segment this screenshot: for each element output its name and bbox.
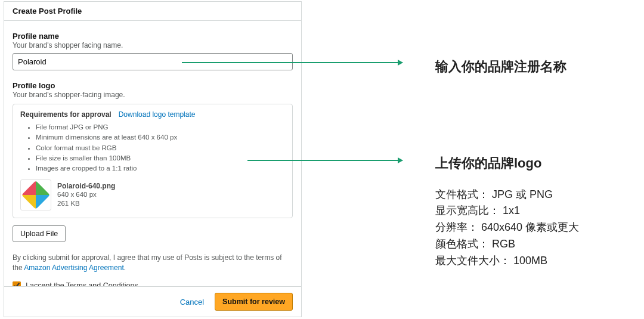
requirement-item: File format JPG or PNG <box>36 122 285 132</box>
requirement-item: Images are cropped to a 1:1 ratio <box>36 163 285 174</box>
file-info: Polaroid-640.png 640 x 640 px 261 KB <box>57 182 115 208</box>
annotation-requirements: 文件格式： JPG 或 PNG 显示宽高比： 1x1 分辨率： 640x640 … <box>435 187 579 270</box>
panel-body: Profile name Your brand's shopper facing… <box>4 21 301 286</box>
logo-thumbnail <box>20 179 51 210</box>
annotation-line: 分辨率： 640x640 像素或更大 <box>435 219 579 236</box>
annotation-line: 显示宽高比： 1x1 <box>435 203 579 219</box>
annotation-line: 颜色格式： RGB <box>435 236 579 253</box>
profile-logo-sub: Your brand's shopper-facing image. <box>13 91 293 99</box>
annotation-profile-name: 输入你的品牌注册名称 <box>435 58 566 76</box>
requirements-box: Requirements for approval Download logo … <box>13 104 293 218</box>
profile-name-sub: Your brand's shopper facing name. <box>13 41 293 49</box>
requirements-title: Requirements for approval <box>20 110 112 119</box>
annotation-arrow-icon <box>247 160 402 161</box>
requirement-item: Minimum dimensions are at least 640 x 64… <box>36 132 285 143</box>
requirement-item: Color format must be RGB <box>36 143 285 153</box>
annotation-line: 最大文件大小： 100MB <box>435 253 579 270</box>
create-post-profile-panel: Create Post Profile Profile name Your br… <box>4 1 302 317</box>
file-name: Polaroid-640.png <box>57 182 115 190</box>
download-logo-template-link[interactable]: Download logo template <box>119 110 196 119</box>
profile-logo-section: Profile logo Your brand's shopper-facing… <box>13 81 293 242</box>
polaroid-logo-icon <box>21 181 50 209</box>
upload-file-button[interactable]: Upload File <box>13 225 66 242</box>
amazon-advertising-agreement-link[interactable]: Amazon Advertising Agreement <box>24 264 123 272</box>
file-size: 261 KB <box>57 199 115 208</box>
uploaded-file-row: Polaroid-640.png 640 x 640 px 261 KB <box>20 179 285 210</box>
profile-logo-label: Profile logo <box>13 81 293 90</box>
panel-footer: Cancel Submit for review <box>4 286 301 317</box>
terms-row[interactable]: I accept the Terms and Conditions <box>13 281 293 286</box>
agreement-text: By clicking submit for approval, I agree… <box>13 253 293 273</box>
annotation-title: 输入你的品牌注册名称 <box>435 58 566 76</box>
annotation-line: 文件格式： JPG 或 PNG <box>435 187 579 203</box>
cancel-button[interactable]: Cancel <box>180 298 204 306</box>
annotation-title: 上传你的品牌logo <box>435 155 579 172</box>
requirement-item: File size is smaller than 100MB <box>36 153 285 163</box>
panel-title: Create Post Profile <box>4 2 301 21</box>
annotation-profile-logo: 上传你的品牌logo 文件格式： JPG 或 PNG 显示宽高比： 1x1 分辨… <box>435 155 579 270</box>
file-dimensions: 640 x 640 px <box>57 190 115 199</box>
submit-for-review-button[interactable]: Submit for review <box>215 293 293 311</box>
requirements-list: File format JPG or PNG Minimum dimension… <box>20 122 285 174</box>
terms-checkbox[interactable] <box>13 281 21 286</box>
agreement-suffix: . <box>124 264 126 272</box>
terms-label: I accept the Terms and Conditions <box>26 281 138 286</box>
annotation-arrow-icon <box>182 62 402 63</box>
profile-name-label: Profile name <box>13 32 293 41</box>
